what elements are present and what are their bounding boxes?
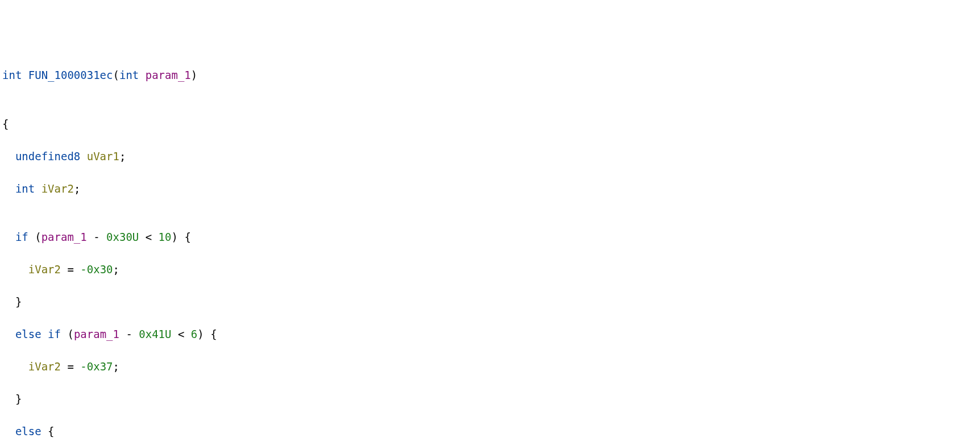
code-line: } <box>2 294 978 310</box>
number: 6 <box>191 328 197 340</box>
code-line: undefined8 uVar1; <box>2 148 978 165</box>
code-line: else { <box>2 423 978 440</box>
number: 0x41U <box>139 328 171 340</box>
code-line: { <box>2 116 978 132</box>
variable: iVar2 <box>28 263 61 276</box>
number: 10 <box>159 231 172 243</box>
code-line: iVar2 = -0x30; <box>2 261 978 278</box>
number: 0x37 <box>87 360 113 373</box>
code-line: int FUN_1000031ec(int param_1) <box>2 67 978 84</box>
number: 0x30 <box>87 263 113 276</box>
keyword: if <box>15 231 28 243</box>
code-line: int iVar2; <box>2 181 978 197</box>
code-line: if (param_1 - 0x30U < 10) { <box>2 229 978 245</box>
code-line: else if (param_1 - 0x41U < 6) { <box>2 326 978 343</box>
param-name: param_1 <box>146 69 191 81</box>
type-keyword: int <box>2 69 22 81</box>
variable: uVar1 <box>87 150 119 162</box>
type-keyword: undefined8 <box>15 150 80 162</box>
type-keyword: int <box>15 182 35 195</box>
keyword: if <box>48 328 61 340</box>
code-line: iVar2 = -0x37; <box>2 358 978 375</box>
type-keyword: int <box>119 69 139 81</box>
param-name: param_1 <box>74 328 119 340</box>
keyword: else <box>15 328 41 340</box>
function-name: FUN_1000031ec <box>28 69 113 81</box>
keyword: else <box>15 425 41 437</box>
variable: iVar2 <box>41 182 74 195</box>
number: 0x30U <box>106 231 139 243</box>
variable: iVar2 <box>28 360 61 373</box>
param-name: param_1 <box>41 231 87 243</box>
code-line: } <box>2 391 978 407</box>
decompiler-code-view[interactable]: int FUN_1000031ec(int param_1) { undefin… <box>2 67 978 442</box>
